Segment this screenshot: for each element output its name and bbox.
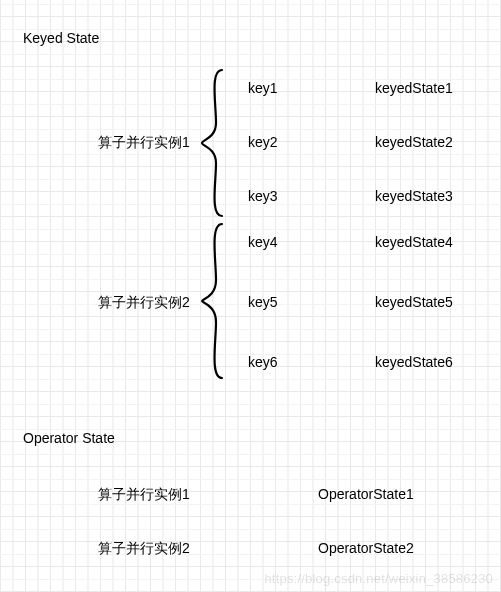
key-label: key2 bbox=[248, 134, 278, 150]
key-label: key3 bbox=[248, 188, 278, 204]
keyed-state-heading: Keyed State bbox=[23, 30, 99, 46]
operator-state-2-label: OperatorState2 bbox=[318, 540, 414, 556]
key-label: key6 bbox=[248, 354, 278, 370]
operator-instance-1-label: 算子并行实例1 bbox=[98, 486, 190, 504]
operator-state-heading: Operator State bbox=[23, 430, 115, 446]
keyed-state-label: keyedState2 bbox=[375, 134, 453, 150]
watermark-text: https://blog.csdn.net/weixin_38586230 bbox=[264, 571, 493, 586]
keyed-instance-1-label: 算子并行实例1 bbox=[98, 134, 190, 152]
brace-icon bbox=[200, 222, 228, 380]
keyed-state-label: keyedState6 bbox=[375, 354, 453, 370]
keyed-instance-2-label: 算子并行实例2 bbox=[98, 294, 190, 312]
keyed-state-label: keyedState1 bbox=[375, 80, 453, 96]
key-label: key5 bbox=[248, 294, 278, 310]
operator-instance-2-label: 算子并行实例2 bbox=[98, 540, 190, 558]
key-label: key1 bbox=[248, 80, 278, 96]
keyed-state-label: keyedState4 bbox=[375, 234, 453, 250]
key-label: key4 bbox=[248, 234, 278, 250]
keyed-state-label: keyedState5 bbox=[375, 294, 453, 310]
operator-state-1-label: OperatorState1 bbox=[318, 486, 414, 502]
brace-icon bbox=[200, 68, 228, 218]
keyed-state-label: keyedState3 bbox=[375, 188, 453, 204]
